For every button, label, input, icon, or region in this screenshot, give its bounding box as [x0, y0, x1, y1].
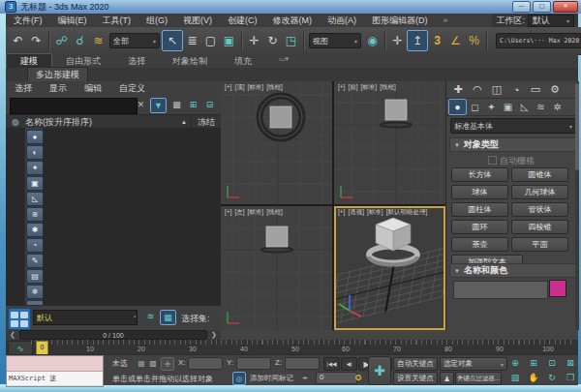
- viewport-top[interactable]: [+][顶][标准][线框]: [221, 81, 332, 204]
- pan-icon[interactable]: ✋: [526, 372, 541, 383]
- display-all-icon[interactable]: ●: [26, 130, 44, 144]
- ribbon-tab-freeform[interactable]: 自由形式: [52, 54, 114, 68]
- plane-button[interactable]: 平面: [511, 237, 568, 252]
- search-clear-icon[interactable]: ✕: [134, 98, 148, 111]
- bind-spacewarp-button[interactable]: ≋: [89, 31, 107, 50]
- ribbon-tab-populate[interactable]: 填充: [221, 54, 265, 68]
- angle-snap-button[interactable]: ∠: [446, 31, 465, 50]
- menu-graph-editors[interactable]: 图形编辑器(D): [364, 15, 436, 27]
- collapse-all-icon[interactable]: ⊟: [202, 98, 217, 111]
- minimize-button[interactable]: —: [512, 1, 531, 13]
- mini-curve-editor-button[interactable]: ∿: [8, 341, 33, 355]
- viewport-front[interactable]: [+][前][标准][线框]: [334, 81, 445, 204]
- viewport-front-labels[interactable]: [+][前][标准][线框]: [338, 83, 399, 92]
- viewport-shading-label[interactable]: [默认明暗处理]: [386, 208, 428, 215]
- viewport-left[interactable]: [+][左][标准][线框]: [221, 206, 332, 330]
- menu-animation[interactable]: 动画(A): [320, 15, 364, 27]
- previous-frame-button[interactable]: ❮: [6, 331, 19, 339]
- object-color-swatch[interactable]: [549, 280, 566, 297]
- selection-lock-icon[interactable]: ▦: [136, 357, 147, 369]
- teapot-button[interactable]: 茶壶: [451, 237, 508, 252]
- command-panel-scrollbar[interactable]: [575, 81, 579, 330]
- menu-create[interactable]: 创建(C): [220, 15, 265, 27]
- viewport-top-labels[interactable]: [+][顶][标准][线框]: [225, 83, 286, 92]
- time-slider-track[interactable]: 0 10 20 30 40 50 60 70 80 90 100: [31, 340, 575, 355]
- pivot-center-button[interactable]: ◉: [363, 31, 382, 50]
- select-object-button[interactable]: ↖: [162, 30, 183, 51]
- key-mode-icon[interactable]: ✪: [352, 372, 364, 383]
- maximize-button[interactable]: ▢: [533, 1, 551, 13]
- maximize-viewport-icon[interactable]: ❒: [563, 372, 578, 383]
- viewport-perspective-labels[interactable]: [+][透视][标准][默认明暗处理]: [338, 208, 430, 217]
- key-filters-button[interactable]: 关键点过滤器...: [455, 372, 502, 385]
- move-button[interactable]: ✛: [245, 31, 263, 50]
- display-bones-icon[interactable]: ◔: [26, 238, 44, 253]
- display-geometry-icon[interactable]: ◐: [26, 145, 44, 160]
- explorer-menu-display[interactable]: 显示: [41, 82, 76, 95]
- expand-all-icon[interactable]: ⊞: [186, 98, 200, 111]
- current-frame-field[interactable]: 0: [316, 372, 357, 384]
- absolute-mode-icon[interactable]: ✛: [161, 357, 174, 371]
- zoom-all-icon[interactable]: ⊞: [526, 357, 541, 369]
- ribbon-tab-object-paint[interactable]: 对象绘制: [159, 54, 221, 68]
- zoom-extents-icon[interactable]: ⊡: [544, 357, 560, 369]
- menu-overflow-chevron[interactable]: »: [436, 15, 456, 25]
- redo-button[interactable]: ↷: [27, 31, 46, 50]
- explorer-menu-customize[interactable]: 自定义: [110, 82, 154, 95]
- viewport-shading-label[interactable]: [线框]: [266, 208, 283, 215]
- orbit-icon[interactable]: ↻: [544, 372, 560, 383]
- auto-key-button[interactable]: 自动关键点: [393, 357, 438, 371]
- viewport-perspective[interactable]: [+][透视][标准][默认明暗处理]: [334, 206, 445, 330]
- reference-coordinate-dropdown[interactable]: 视图 ▾: [309, 33, 361, 48]
- maxscript-mini-listener[interactable]: MAXScript 迷: [6, 355, 104, 387]
- isolate-selection-icon[interactable]: ◎: [232, 372, 246, 385]
- viewport-left-canvas[interactable]: [221, 206, 332, 330]
- stack-icon[interactable]: ≋: [143, 310, 158, 323]
- display-frozen-icon[interactable]: ❄: [26, 285, 44, 299]
- maxscript-listener-pane[interactable]: MAXScript 迷: [7, 372, 103, 385]
- snap-3d-button[interactable]: 3: [428, 31, 446, 50]
- filter-icon[interactable]: ▼: [150, 98, 167, 113]
- window-crossing-button[interactable]: ▣: [220, 31, 238, 50]
- shapes-category-button[interactable]: ◻: [467, 100, 483, 114]
- viewport-view-label[interactable]: [左]: [234, 208, 244, 215]
- lock-toggle-icon[interactable]: ▩: [147, 357, 159, 369]
- frame-spinner-arrows-icon[interactable]: ◂▸: [302, 374, 308, 380]
- hierarchy-tab[interactable]: ◫: [487, 82, 506, 98]
- spacewarps-category-button[interactable]: ≋: [533, 100, 549, 114]
- create-tab[interactable]: ✚: [448, 82, 468, 98]
- systems-category-button[interactable]: ✲: [549, 100, 566, 114]
- helpers-category-button[interactable]: ◺: [516, 100, 533, 114]
- viewport-view-label[interactable]: [前]: [348, 83, 357, 90]
- viewport-menu-label[interactable]: [+]: [338, 208, 345, 215]
- viewport-left-labels[interactable]: [+][左][标准][线框]: [225, 208, 286, 217]
- z-coordinate-field[interactable]: [285, 357, 320, 370]
- go-to-start-button[interactable]: |◀◀: [323, 357, 340, 371]
- scale-button[interactable]: ◳: [282, 31, 300, 50]
- viewport-renderer-label[interactable]: [标准]: [361, 83, 378, 90]
- display-particles-icon[interactable]: ✱: [26, 223, 44, 237]
- sphere-button[interactable]: 球体: [451, 185, 508, 199]
- viewport-perspective-canvas[interactable]: [334, 206, 445, 330]
- menu-modifiers[interactable]: 修改器(M): [265, 15, 321, 27]
- utilities-tab[interactable]: ⚙: [545, 82, 565, 98]
- maxscript-macro-pane[interactable]: [7, 356, 103, 372]
- viewport-view-label[interactable]: [顶]: [234, 83, 244, 90]
- viewport-renderer-label[interactable]: [标准]: [248, 83, 264, 90]
- box-button[interactable]: 长方体: [451, 167, 508, 182]
- display-tab[interactable]: ▭: [526, 82, 545, 98]
- use-center-button[interactable]: ↥: [407, 30, 428, 51]
- snap-toggle-button[interactable]: ✛: [388, 31, 407, 50]
- display-containers-icon[interactable]: ▤: [26, 269, 44, 284]
- y-coordinate-field[interactable]: [236, 357, 271, 370]
- time-slider-handle[interactable]: 0: [36, 341, 48, 355]
- ribbon-overflow-icon[interactable]: ▭▾: [265, 54, 302, 68]
- tube-button[interactable]: 管状体: [511, 202, 568, 217]
- zoom-extents-all-icon[interactable]: ⊠: [563, 357, 578, 369]
- object-type-rollout[interactable]: ▼ 对象类型: [449, 137, 579, 152]
- viewport-shading-label[interactable]: [线框]: [380, 83, 396, 90]
- ribbon-panel-polygon-modeling[interactable]: 多边形建模: [27, 67, 88, 82]
- cameras-category-button[interactable]: ▣: [500, 100, 516, 114]
- column-name-label[interactable]: 名称(按升序排序): [25, 116, 181, 129]
- display-spacewarps-icon[interactable]: ≋: [26, 207, 44, 222]
